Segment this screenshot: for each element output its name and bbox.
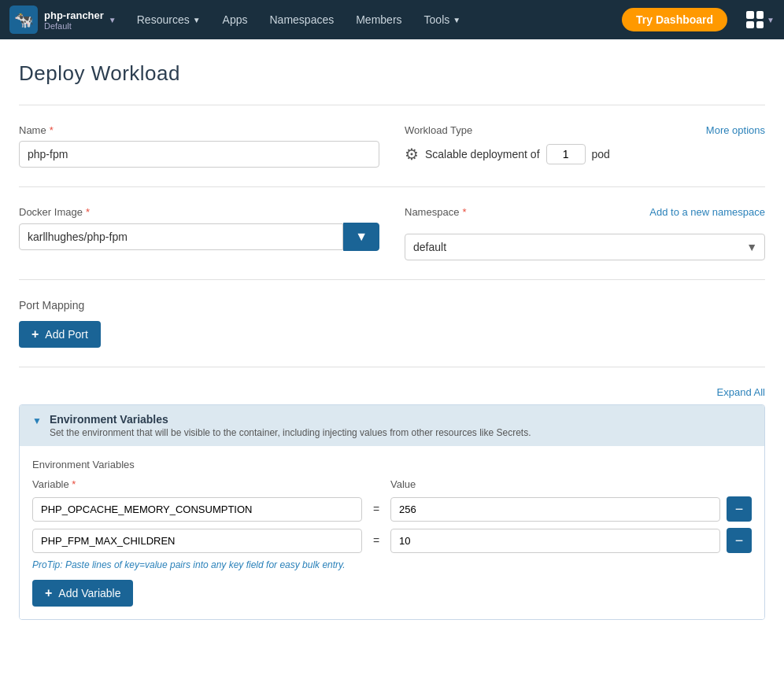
env-collapse-icon[interactable]: ▼ <box>32 415 42 426</box>
nav-apps[interactable]: Apps <box>212 0 259 39</box>
env-variable-required-star: * <box>72 478 76 490</box>
namespace-select-wrapper: default ▼ <box>405 234 765 260</box>
nav-namespaces[interactable]: Namespaces <box>259 0 346 39</box>
grid-caret-icon: ▼ <box>767 16 775 24</box>
env-header: ▼ Environment Variables Set the environm… <box>20 405 764 446</box>
env-remove-button-2[interactable]: − <box>727 528 752 553</box>
tools-caret-icon: ▼ <box>453 16 460 24</box>
brand[interactable]: 🐄 php-rancher Default ▼ <box>0 0 126 39</box>
env-variable-col-header: Variable * <box>32 478 362 490</box>
name-label: Name * <box>19 124 379 136</box>
env-title: Environment Variables <box>50 413 531 426</box>
divider-3 <box>19 279 765 280</box>
docker-image-group: Docker Image * ▼ <box>19 206 379 251</box>
name-required-star: * <box>50 124 54 136</box>
env-body: Environment Variables Variable * Value =… <box>20 446 764 619</box>
brand-name: php-rancher <box>44 9 104 21</box>
env-variables-section: ▼ Environment Variables Set the environm… <box>19 404 765 620</box>
namespace-required-star: * <box>462 206 466 218</box>
port-mapping-section: Port Mapping + Add Port <box>19 299 765 348</box>
nav-members[interactable]: Members <box>345 0 412 39</box>
main-content: Deploy Workload Name * More options Work… <box>0 39 784 651</box>
env-var-input-2[interactable] <box>32 529 362 553</box>
name-group: Name * <box>19 124 379 168</box>
docker-required-star: * <box>86 206 90 218</box>
name-input[interactable] <box>19 141 379 168</box>
env-value-col-header: Value <box>390 478 720 490</box>
page-title: Deploy Workload <box>19 61 765 86</box>
scalable-icon: ⚙ <box>405 145 419 164</box>
add-variable-plus-icon: + <box>45 586 52 600</box>
brand-caret-icon: ▼ <box>109 16 116 24</box>
docker-image-input[interactable] <box>19 223 343 250</box>
env-subtitle: Set the environment that will be visible… <box>50 427 531 438</box>
pod-count-input[interactable] <box>546 144 586 164</box>
brand-logo: 🐄 <box>9 6 38 34</box>
navbar: 🐄 php-rancher Default ▼ Resources ▼ Apps… <box>0 0 784 39</box>
env-remove-button-1[interactable]: − <box>727 496 752 522</box>
try-dashboard-button[interactable]: Try Dashboard <box>622 8 727 31</box>
nav-tools[interactable]: Tools ▼ <box>413 0 472 39</box>
brand-sub: Default <box>44 21 104 31</box>
expand-all-row: Expand All <box>19 386 765 398</box>
docker-image-dropdown-button[interactable]: ▼ <box>343 223 379 251</box>
env-row-2: = − <box>32 528 752 553</box>
workload-type-section: More options Workload Type ⚙ Scalable de… <box>405 124 765 164</box>
env-row-1: = − <box>32 496 752 522</box>
docker-image-label: Docker Image * <box>19 206 379 218</box>
scalable-row: ⚙ Scalable deployment of pod <box>405 144 765 164</box>
pod-suffix: pod <box>592 148 610 160</box>
name-workload-row: Name * More options Workload Type ⚙ Scal… <box>19 124 765 168</box>
divider-2 <box>19 186 765 187</box>
env-col-headers: Variable * Value <box>32 478 752 490</box>
add-namespace-link[interactable]: Add to a new namespace <box>649 206 765 218</box>
env-eq-2: = <box>368 534 384 547</box>
env-val-input-1[interactable] <box>390 497 720 522</box>
grid-menu-icon[interactable]: ▼ <box>737 0 784 39</box>
docker-image-row: ▼ <box>19 223 379 251</box>
svg-text:🐄: 🐄 <box>14 10 34 29</box>
more-options-link[interactable]: More options <box>706 124 765 136</box>
port-mapping-label: Port Mapping <box>19 299 765 312</box>
namespace-select[interactable]: default <box>405 234 765 260</box>
env-eq-1: = <box>368 503 384 515</box>
add-variable-button[interactable]: + Add Variable <box>32 580 133 607</box>
nav-resources[interactable]: Resources ▼ <box>126 0 212 39</box>
env-var-input-1[interactable] <box>32 497 362 522</box>
divider-1 <box>19 105 765 105</box>
expand-all-link[interactable]: Expand All <box>717 386 765 398</box>
add-port-button[interactable]: + Add Port <box>19 321 101 348</box>
pro-tip: ProTip: Paste lines of key=value pairs i… <box>32 559 752 570</box>
resources-caret-icon: ▼ <box>193 16 201 24</box>
env-val-input-2[interactable] <box>390 529 720 553</box>
add-port-plus-icon: + <box>31 327 39 341</box>
divider-4 <box>19 367 765 367</box>
env-body-label: Environment Variables <box>32 459 752 470</box>
docker-namespace-row: Docker Image * ▼ Add to a new namespace … <box>19 206 765 260</box>
scalable-prefix: Scalable deployment of <box>425 148 540 160</box>
namespace-section: Add to a new namespace Namespace * defau… <box>405 206 765 260</box>
